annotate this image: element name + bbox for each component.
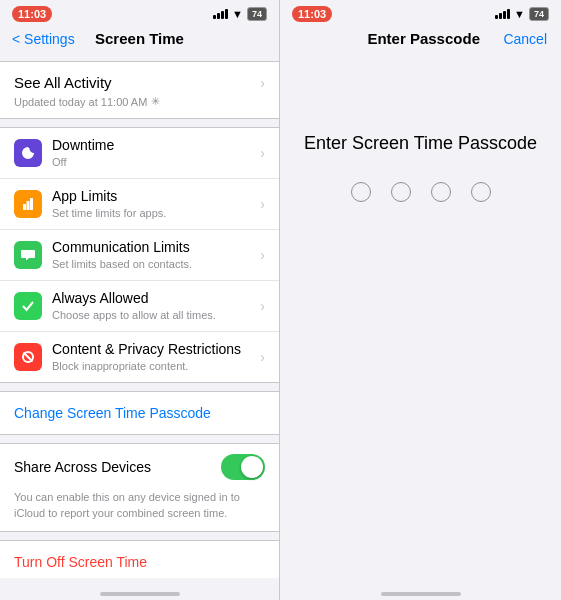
passcode-dot-2 [391, 182, 411, 202]
home-bar-right [381, 592, 461, 596]
update-text: Updated today at 11:00 AM [14, 96, 147, 108]
spinner-icon: ✳ [151, 95, 160, 108]
turn-off-button[interactable]: Turn Off Screen Time [14, 554, 147, 570]
chevron-right-icon: › [260, 349, 265, 365]
passcode-dots [351, 182, 491, 202]
see-all-section: See All Activity › Updated today at 11:0… [0, 61, 279, 119]
wifi-icon-right: ▼ [514, 8, 525, 20]
always-allowed-title: Always Allowed [52, 290, 260, 307]
content-privacy-title: Content & Privacy Restrictions [52, 341, 260, 358]
wifi-icon: ▼ [232, 8, 243, 20]
status-time-right: 11:03 [292, 6, 332, 22]
signal-icon-right [495, 9, 510, 19]
passcode-dot-3 [431, 182, 451, 202]
menu-item-comm-limits[interactable]: Communication Limits Set limits based on… [0, 230, 279, 281]
downtime-subtitle: Off [52, 155, 260, 169]
change-passcode-section[interactable]: Change Screen Time Passcode [0, 391, 279, 435]
chevron-right-icon: › [260, 196, 265, 212]
comm-limits-text: Communication Limits Set limits based on… [52, 239, 260, 271]
battery-indicator-right: 74 [529, 7, 549, 21]
comm-limits-title: Communication Limits [52, 239, 260, 256]
chevron-right-icon: › [260, 298, 265, 314]
home-indicator-right [280, 578, 561, 600]
status-icons-left: ▼ 74 [213, 7, 267, 21]
share-desc: You can enable this on any device signed… [14, 490, 265, 531]
see-all-title: See All Activity [14, 74, 112, 91]
chevron-right-icon: › [260, 145, 265, 161]
status-icons-right: ▼ 74 [495, 7, 549, 21]
cancel-button[interactable]: Cancel [503, 31, 547, 47]
comm-limits-subtitle: Set limits based on contacts. [52, 257, 260, 271]
menu-item-content-privacy[interactable]: Content & Privacy Restrictions Block ina… [0, 332, 279, 382]
home-indicator-left [0, 578, 279, 600]
passcode-title: Enter Screen Time Passcode [304, 133, 537, 154]
turn-off-section[interactable]: Turn Off Screen Time [0, 540, 279, 578]
always-allowed-subtitle: Choose apps to allow at all times. [52, 308, 260, 322]
content-privacy-text: Content & Privacy Restrictions Block ina… [52, 341, 260, 373]
app-limits-icon [14, 190, 42, 218]
status-bar-left: 11:03 ▼ 74 [0, 0, 279, 26]
battery-indicator: 74 [247, 7, 267, 21]
chevron-right-icon: › [260, 75, 265, 91]
back-button[interactable]: < Settings [12, 31, 75, 47]
share-label: Share Across Devices [14, 459, 151, 475]
passcode-dot-1 [351, 182, 371, 202]
nav-bar-right: Enter Passcode Cancel [280, 26, 561, 53]
home-bar [100, 592, 180, 596]
downtime-text: Downtime Off [52, 137, 260, 169]
passcode-content: Enter Screen Time Passcode [280, 53, 561, 578]
share-section: Share Across Devices You can enable this… [0, 443, 279, 532]
passcode-dot-4 [471, 182, 491, 202]
status-bar-right: 11:03 ▼ 74 [280, 0, 561, 26]
app-limits-title: App Limits [52, 188, 260, 205]
change-passcode-button[interactable]: Change Screen Time Passcode [14, 405, 211, 421]
comm-limits-icon [14, 241, 42, 269]
menu-item-always-allowed[interactable]: Always Allowed Choose apps to allow at a… [0, 281, 279, 332]
svg-rect-2 [30, 198, 33, 210]
menu-section: Downtime Off › App Limits Set time limit… [0, 127, 279, 383]
app-limits-subtitle: Set time limits for apps. [52, 206, 260, 220]
nav-bar-left: < Settings Screen Time [0, 26, 279, 53]
share-row: Share Across Devices [14, 444, 265, 490]
update-row: Updated today at 11:00 AM ✳ [0, 95, 279, 118]
see-all-row[interactable]: See All Activity › [0, 62, 279, 95]
downtime-icon [14, 139, 42, 167]
svg-rect-1 [27, 201, 30, 210]
svg-rect-0 [23, 204, 26, 210]
right-panel: 11:03 ▼ 74 Enter Passcode Cancel Enter S… [280, 0, 561, 600]
always-allowed-text: Always Allowed Choose apps to allow at a… [52, 290, 260, 322]
share-toggle[interactable] [221, 454, 265, 480]
menu-item-app-limits[interactable]: App Limits Set time limits for apps. › [0, 179, 279, 230]
signal-icon [213, 9, 228, 19]
scroll-content: See All Activity › Updated today at 11:0… [0, 53, 279, 578]
nav-title-left: Screen Time [95, 30, 184, 47]
chevron-right-icon: › [260, 247, 265, 263]
always-allowed-icon [14, 292, 42, 320]
downtime-title: Downtime [52, 137, 260, 154]
toggle-thumb [241, 456, 263, 478]
left-panel: 11:03 ▼ 74 < Settings Screen Time See Al… [0, 0, 280, 600]
app-limits-text: App Limits Set time limits for apps. [52, 188, 260, 220]
status-time-left: 11:03 [12, 6, 52, 22]
menu-item-downtime[interactable]: Downtime Off › [0, 128, 279, 179]
enter-passcode-nav-title: Enter Passcode [367, 30, 480, 47]
content-privacy-icon [14, 343, 42, 371]
content-privacy-subtitle: Block inappropriate content. [52, 359, 260, 373]
